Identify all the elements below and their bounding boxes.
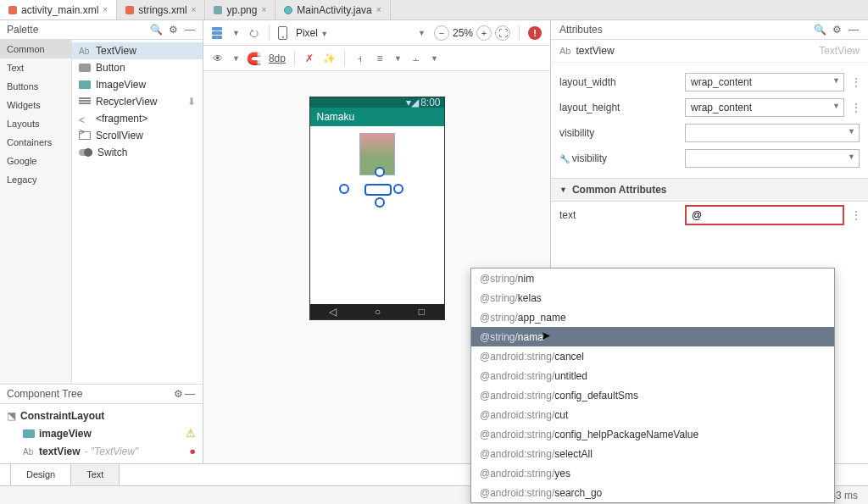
zoom-out-button[interactable]: − <box>434 25 449 41</box>
tree-node[interactable]: AbtextView - "TextView"● <box>0 442 203 460</box>
autocomplete-item[interactable]: @android:string/untitled <box>471 366 834 385</box>
btn-icon <box>79 64 91 72</box>
error-icon[interactable]: ● <box>189 445 196 457</box>
palette-category[interactable]: Common <box>0 40 71 58</box>
palette-item[interactable]: ScrollView <box>72 127 203 144</box>
close-icon[interactable]: × <box>376 5 381 14</box>
guideline-icon[interactable]: ⫠ <box>410 53 422 64</box>
chevron-down-icon[interactable]: ▼ <box>848 127 855 136</box>
file-tab[interactable]: yp.png× <box>205 0 275 19</box>
attr-input[interactable]: ▼ <box>685 149 860 168</box>
attributes-type: TextView <box>819 45 860 57</box>
device-selector[interactable]: Pixel ▼ <box>296 27 328 39</box>
search-icon[interactable]: 🔍 <box>814 24 826 36</box>
autocomplete-item[interactable]: @android:string/config_helpPackageNameVa… <box>471 424 834 444</box>
autocomplete-item[interactable]: @android:string/cancel <box>471 346 834 366</box>
palette-category[interactable]: Google <box>0 152 71 170</box>
more-icon[interactable]: ⋮ <box>851 102 860 114</box>
frag-icon: < > <box>79 114 91 123</box>
autocomplete-item[interactable]: @string/nim <box>471 269 834 288</box>
common-attributes-section[interactable]: ▼ Common Attributes <box>551 178 868 202</box>
palette-item[interactable]: Switch <box>72 144 203 161</box>
palette-item[interactable]: ImageView <box>72 76 203 93</box>
editor-tabs: activity_main.xml×strings.xml×yp.png×Mai… <box>0 0 868 20</box>
file-tab[interactable]: MainActivity.java× <box>275 0 390 19</box>
attr-label: layout_height <box>559 102 678 114</box>
zoom-fit-button[interactable]: ⛶ <box>495 25 510 41</box>
attr-row-text: text ⋮ <box>551 202 868 229</box>
img-icon <box>79 80 91 89</box>
design-toolbar: ▼ ⭮ Pixel ▼ ▼ − 25% + ⛶ ! <box>203 20 550 46</box>
tree-node[interactable]: ⬔ConstraintLayout <box>0 407 203 424</box>
scroll-icon <box>79 131 91 140</box>
text-input[interactable] <box>685 205 844 225</box>
more-icon[interactable]: ⋮ <box>851 209 860 221</box>
file-tab[interactable]: strings.xml× <box>117 0 205 19</box>
minimize-icon[interactable]: — <box>184 24 196 36</box>
infer-constraints-icon[interactable]: ✨ <box>324 53 336 64</box>
surface-select-icon[interactable] <box>212 27 224 39</box>
autocomplete-item[interactable]: @android:string/cut <box>471 405 834 424</box>
close-icon[interactable]: × <box>103 5 108 14</box>
close-icon[interactable]: × <box>192 5 197 14</box>
autocomplete-item[interactable]: @android:string/search_go <box>471 483 834 502</box>
tree-node[interactable]: imageView⚠ <box>0 424 203 442</box>
chevron-down-icon[interactable]: ▼ <box>848 152 855 161</box>
chevron-down-icon[interactable]: ▼ <box>232 29 240 37</box>
minimize-icon[interactable]: — <box>848 24 860 36</box>
tab-text[interactable]: Text <box>71 463 120 485</box>
palette-category[interactable]: Buttons <box>0 77 71 96</box>
attr-label: 🔧 visibility <box>559 152 678 164</box>
palette-item[interactable]: RecyclerView⬇ <box>72 93 203 110</box>
magnet-icon[interactable]: 🧲 <box>248 53 260 64</box>
error-badge-icon[interactable]: ! <box>528 26 542 40</box>
attr-input[interactable]: wrap_content▼ <box>685 98 844 117</box>
attr-input[interactable]: wrap_content▼ <box>685 73 844 91</box>
palette-category[interactable]: Containers <box>0 133 71 152</box>
phone-content[interactable] <box>310 126 444 304</box>
autocomplete-popup: @string/nim@string/kelas@string/app_name… <box>470 268 835 503</box>
autocomplete-item[interactable]: @string/kelas <box>471 288 834 307</box>
download-icon[interactable]: ⬇ <box>187 96 196 108</box>
device-frame: ▾◢8:00 Namaku ◁○□ <box>309 97 445 320</box>
clear-constraints-icon[interactable]: ✗ <box>303 53 315 64</box>
palette-item[interactable]: AbTextView <box>72 42 203 59</box>
gear-icon[interactable]: ⚙ <box>167 24 179 36</box>
orientation-icon[interactable]: ⭮ <box>248 27 260 39</box>
zoom-level: 25% <box>453 27 473 39</box>
autocomplete-item[interactable]: @android:string/config_defaultSms <box>471 385 834 405</box>
chevron-down-icon[interactable]: ▼ <box>832 76 840 85</box>
autocomplete-item[interactable]: @android:string/yes <box>471 463 834 483</box>
close-icon[interactable]: × <box>261 5 266 14</box>
attr-input[interactable]: ▼ <box>685 124 860 142</box>
palette-category[interactable]: Text <box>0 58 71 77</box>
search-icon[interactable]: 🔍 <box>150 24 162 36</box>
zoom-in-button[interactable]: + <box>476 25 492 41</box>
palette-item[interactable]: < ><fragment> <box>72 110 203 127</box>
more-icon[interactable]: ⋮ <box>851 76 860 88</box>
autocomplete-item[interactable]: @string/nama <box>471 327 834 346</box>
chevron-down-icon: ▼ <box>559 186 567 194</box>
palette-categories: CommonTextButtonsWidgetsLayoutsContainer… <box>0 40 72 384</box>
default-margin[interactable]: 8dp <box>269 53 286 64</box>
tab-design[interactable]: Design <box>10 463 71 485</box>
chevron-down-icon[interactable]: ▼ <box>832 102 840 110</box>
textview-selection[interactable] <box>351 179 392 196</box>
align-icon[interactable]: ≡ <box>374 53 386 64</box>
palette-category[interactable]: Layouts <box>0 114 71 133</box>
minimize-icon[interactable]: — <box>184 388 196 400</box>
palette-category[interactable]: Legacy <box>0 170 71 189</box>
eye-icon[interactable]: 👁 <box>212 53 224 64</box>
palette-header: Palette 🔍 ⚙ — <box>0 20 203 40</box>
gear-icon[interactable]: ⚙ <box>831 24 843 36</box>
autocomplete-item[interactable]: @string/app_name <box>471 307 834 327</box>
autocomplete-item[interactable]: @android:string/selectAll <box>471 444 834 463</box>
zoom-controls: − 25% + ⛶ <box>434 25 510 41</box>
warning-icon[interactable]: ⚠ <box>186 427 196 440</box>
gear-icon[interactable]: ⚙ <box>172 388 184 400</box>
palette-item[interactable]: Button <box>72 59 203 76</box>
palette-category[interactable]: Widgets <box>0 96 71 114</box>
file-tab[interactable]: activity_main.xml× <box>0 0 117 19</box>
pack-icon[interactable]: ⫞ <box>353 53 365 64</box>
chevron-down-icon[interactable]: ▼ <box>418 29 426 37</box>
